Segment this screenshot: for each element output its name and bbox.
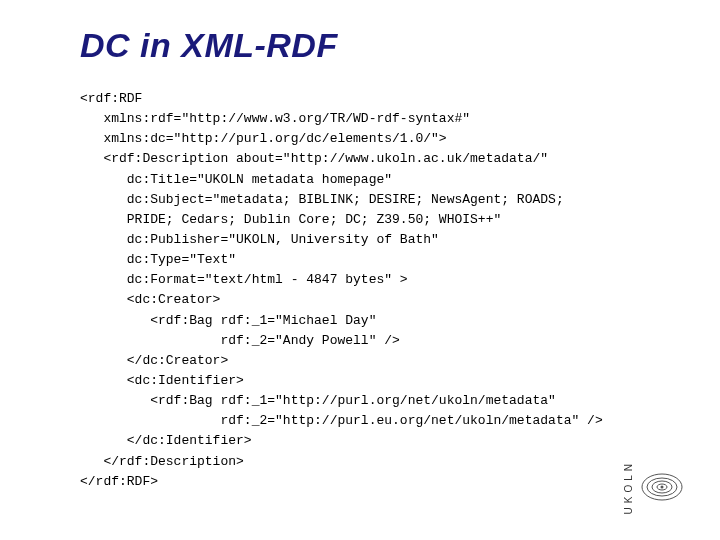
slide-title: DC in XML-RDF xyxy=(80,26,660,65)
eye-icon xyxy=(640,470,684,504)
code-block: <rdf:RDF xmlns:rdf="http://www.w3.org/TR… xyxy=(80,89,660,492)
logo-text: UKOLN xyxy=(623,460,634,514)
svg-point-4 xyxy=(661,485,664,488)
ukoln-logo: UKOLN xyxy=(623,460,684,514)
slide: DC in XML-RDF <rdf:RDF xmlns:rdf="http:/… xyxy=(0,0,720,540)
